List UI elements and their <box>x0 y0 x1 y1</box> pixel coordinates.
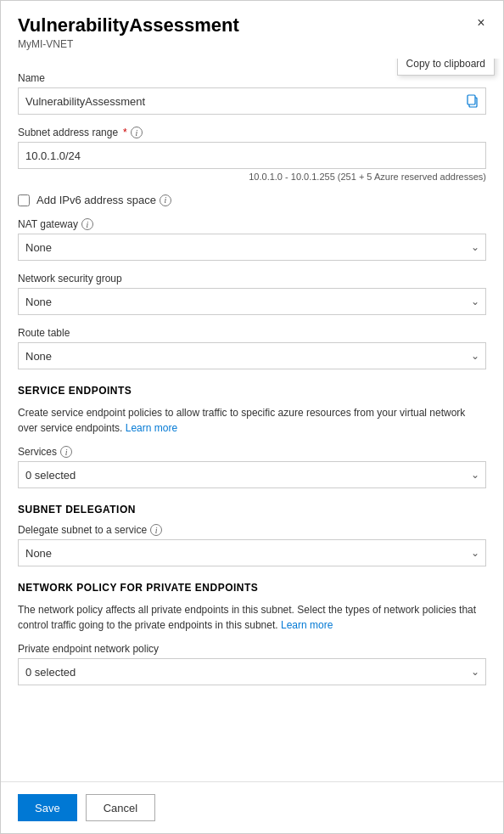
copy-icon <box>466 94 479 108</box>
route-table-field-group: Route table None ⌄ <box>18 327 486 369</box>
subnet-address-label: Subnet address range * i <box>18 127 486 138</box>
nat-gateway-info-icon[interactable]: i <box>81 218 93 230</box>
clipboard-tooltip: Copy to clipboard <box>397 59 495 76</box>
delegate-select[interactable]: None <box>18 539 486 566</box>
delegate-label: Delegate subnet to a service i <box>18 524 486 536</box>
service-endpoints-learn-more[interactable]: Learn more <box>126 422 177 434</box>
nat-gateway-select-wrapper: None ⌄ <box>18 234 486 261</box>
services-select-wrapper: 0 selected ⌄ <box>18 461 486 488</box>
nsg-select[interactable]: None <box>18 288 486 315</box>
required-indicator: * <box>123 127 127 138</box>
name-input-wrapper: Copy to clipboard <box>18 87 486 115</box>
panel-header: VulnerabilityAssessment MyMI-VNET × <box>1 1 503 59</box>
panel-body: Name Copy to clipboard Subnet address ra… <box>1 59 503 781</box>
route-table-select[interactable]: None <box>18 342 486 369</box>
address-hint: 10.0.1.0 - 10.0.1.255 (251 + 5 Azure res… <box>18 172 486 182</box>
subnet-delegation-heading: SUBNET DELEGATION <box>18 504 486 516</box>
ipv6-info-icon[interactable]: i <box>160 194 171 206</box>
nsg-label: Network security group <box>18 273 486 285</box>
save-button[interactable]: Save <box>18 794 77 821</box>
panel-footer: Save Cancel <box>1 781 503 833</box>
network-policy-heading: NETWORK POLICY FOR PRIVATE ENDPOINTS <box>18 582 486 594</box>
delegate-field-group: Delegate subnet to a service i None ⌄ <box>18 524 486 566</box>
delegate-info-icon[interactable]: i <box>150 524 162 536</box>
subnet-address-field-group: Subnet address range * i 10.0.1.0 - 10.0… <box>18 127 486 182</box>
svg-rect-1 <box>468 95 475 104</box>
ipv6-checkbox-row: Add IPv6 address space i <box>18 194 486 206</box>
services-field-group: Services i 0 selected ⌄ <box>18 446 486 488</box>
subnet-address-input[interactable] <box>18 142 486 169</box>
network-policy-learn-more[interactable]: Learn more <box>281 619 333 631</box>
services-select[interactable]: 0 selected <box>18 461 486 488</box>
name-input[interactable] <box>18 87 486 115</box>
nat-gateway-label: NAT gateway i <box>18 218 486 230</box>
nat-gateway-select[interactable]: None <box>18 234 486 261</box>
cancel-button[interactable]: Cancel <box>86 794 155 821</box>
services-info-icon[interactable]: i <box>60 446 72 458</box>
copy-to-clipboard-button[interactable] <box>461 89 484 113</box>
services-label: Services i <box>18 446 486 458</box>
delegate-select-wrapper: None ⌄ <box>18 539 486 566</box>
nsg-field-group: Network security group None ⌄ <box>18 273 486 315</box>
private-endpoint-policy-select[interactable]: 0 selected <box>18 658 486 685</box>
service-endpoints-desc: Create service endpoint policies to allo… <box>18 405 486 436</box>
nsg-select-wrapper: None ⌄ <box>18 288 486 315</box>
ipv6-checkbox-label: Add IPv6 address space i <box>36 194 171 206</box>
private-endpoint-policy-label: Private endpoint network policy <box>18 643 486 655</box>
private-endpoint-policy-field-group: Private endpoint network policy 0 select… <box>18 643 486 685</box>
route-table-label: Route table <box>18 327 486 339</box>
service-endpoints-heading: SERVICE ENDPOINTS <box>18 385 486 397</box>
ipv6-checkbox[interactable] <box>18 194 30 206</box>
panel-title: VulnerabilityAssessment <box>18 14 486 37</box>
name-field-group: Name Copy to clipboard <box>18 72 486 115</box>
nat-gateway-field-group: NAT gateway i None ⌄ <box>18 218 486 261</box>
subnet-panel: VulnerabilityAssessment MyMI-VNET × Name… <box>0 0 504 834</box>
panel-subtitle: MyMI-VNET <box>18 38 486 50</box>
subnet-address-info-icon[interactable]: i <box>131 127 143 138</box>
close-button[interactable]: × <box>471 13 491 33</box>
network-policy-desc: The network policy affects all private e… <box>18 602 486 633</box>
route-table-select-wrapper: None ⌄ <box>18 342 486 369</box>
private-endpoint-policy-select-wrapper: 0 selected ⌄ <box>18 658 486 685</box>
